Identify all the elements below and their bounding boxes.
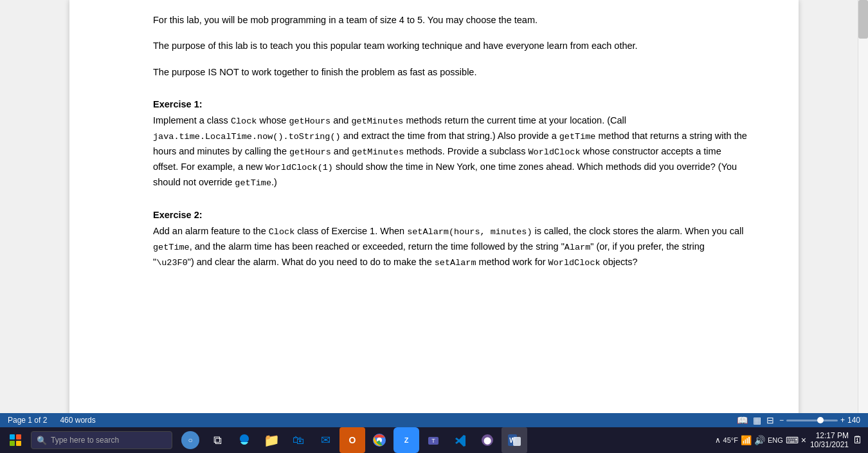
document-wrapper: For this lab, you will be mob programmin… — [0, 0, 868, 427]
code-clock: Clock — [231, 116, 257, 126]
read-mode-icon[interactable]: 📖 — [737, 415, 748, 425]
paragraph-intro3: The purpose IS NOT to work together to f… — [153, 65, 747, 79]
taskbar-app-office[interactable]: O — [339, 427, 365, 453]
code-worldclock-1: WorldClock(1) — [266, 163, 333, 172]
store-icon: 🛍 — [293, 434, 304, 447]
taskbar-right: ∧ 45°F 📶 🔊 ENG ⌨ × 12:17 PM 10/31/2021 🗓 — [715, 431, 868, 449]
zoom-bar: − + 140 — [779, 416, 860, 425]
file-explorer-icon: 📁 — [264, 432, 280, 448]
exercise2-title: Exercise 2: — [153, 208, 747, 222]
search-placeholder: Type here to search — [51, 436, 119, 445]
clock-time: 12:17 PM — [810, 431, 849, 440]
doc-content: For this lab, you will be mob programmin… — [153, 13, 747, 270]
chevron-up-icon[interactable]: ∧ — [715, 436, 721, 445]
zoom-level: 140 — [847, 416, 860, 425]
wifi-icon[interactable]: 📶 — [741, 435, 752, 445]
task-view-icon: ⧉ — [213, 434, 222, 447]
taskbar-app-explorer[interactable]: 📁 — [258, 427, 284, 453]
taskbar-app-zoom[interactable]: Z — [393, 427, 419, 453]
exercise1-title: Exercise 1: — [153, 97, 747, 111]
code-localtime: java.time.LocalTime.now().toString() — [153, 132, 341, 142]
word-count: 460 words — [60, 416, 95, 425]
code-worldclock2: WorldClock — [548, 258, 601, 268]
taskbar-app-word[interactable]: W — [502, 427, 527, 453]
left-margin — [0, 0, 69, 427]
language-icon[interactable]: ENG — [768, 436, 783, 444]
taskbar-app-github[interactable]: ⬤ — [475, 427, 500, 453]
taskbar-app-edge[interactable] — [231, 427, 257, 453]
status-bar-right: 📖 ▦ ⊟ − + 140 — [737, 415, 860, 425]
taskbar: 🔍 Type here to search ○ ⧉ 📁 🛍 ✉ O — [0, 427, 868, 453]
system-tray-icons: ∧ 45°F 📶 🔊 ENG ⌨ × — [715, 435, 806, 445]
code-getminutes1: getMinutes — [351, 116, 403, 126]
volume-icon[interactable]: 🔊 — [754, 435, 765, 445]
code-alarm-unicode: \u23F0 — [156, 258, 188, 268]
taskbar-clock[interactable]: 12:17 PM 10/31/2021 — [810, 431, 849, 449]
code-gettime2: getTime — [235, 178, 271, 188]
teams-icon: T — [427, 434, 440, 447]
exercise2-body: Add an alarm feature to the Clock class … — [153, 224, 747, 270]
taskbar-app-teams[interactable]: T — [420, 427, 446, 453]
zoom-track[interactable] — [786, 420, 838, 421]
document-scrollbar[interactable] — [858, 0, 868, 427]
code-setalarm2: setAlarm — [435, 258, 476, 268]
document-page: For this lab, you will be mob programmin… — [69, 0, 799, 427]
edge-icon — [238, 434, 251, 447]
taskbar-app-cortana[interactable]: ○ — [177, 427, 203, 453]
taskbar-app-chrome[interactable] — [366, 427, 392, 453]
clock-date: 10/31/2021 — [810, 440, 849, 449]
code-gethours2: getHours — [289, 147, 331, 157]
paragraph-intro2: The purpose of this lab is to teach you … — [153, 39, 747, 53]
zoom-plus-icon[interactable]: + — [840, 416, 845, 425]
office-icon: O — [349, 435, 356, 445]
chrome-icon — [373, 434, 386, 447]
action-center-icon[interactable]: 🗓 — [853, 434, 863, 446]
svg-rect-9 — [513, 437, 521, 446]
code-gettime1: getTime — [559, 132, 596, 142]
start-button[interactable] — [0, 427, 31, 453]
print-layout-icon[interactable]: ▦ — [753, 415, 761, 425]
taskbar-search[interactable]: 🔍 Type here to search — [31, 431, 172, 449]
zoom-thumb — [817, 417, 824, 423]
svg-text:⬤: ⬤ — [484, 436, 491, 445]
taskbar-apps: ○ ⧉ 📁 🛍 ✉ O — [177, 427, 527, 453]
temperature-icon: 45°F — [723, 436, 738, 444]
taskbar-app-mail[interactable]: ✉ — [312, 427, 338, 453]
zoom-icon: Z — [404, 436, 409, 444]
taskbar-app-store[interactable]: 🛍 — [285, 427, 311, 453]
windows-logo-icon — [10, 434, 21, 446]
page-info: Page 1 of 2 — [8, 416, 47, 425]
mail-icon: ✉ — [321, 433, 330, 447]
notification-dismiss-icon[interactable]: × — [801, 435, 806, 445]
cortana-icon: ○ — [181, 431, 199, 449]
code-alarm-str: Alarm — [565, 243, 591, 252]
exercise1-body: Implement a class Clock whose getHours a… — [153, 113, 747, 190]
code-gethours1: getHours — [289, 116, 330, 126]
code-getminutes2: getMinutes — [352, 147, 404, 157]
code-clock2: Clock — [269, 227, 295, 237]
code-worldclock1: WorldClock — [529, 147, 581, 157]
svg-text:T: T — [431, 438, 435, 444]
taskbar-app-taskview[interactable]: ⧉ — [204, 427, 230, 453]
status-bar: Page 1 of 2 460 words 📖 ▦ ⊟ − + 140 — [0, 413, 868, 427]
search-icon: 🔍 — [37, 436, 47, 445]
taskbar-app-vscode[interactable] — [448, 427, 473, 453]
github-icon: ⬤ — [481, 434, 494, 447]
scroll-thumb[interactable] — [858, 0, 868, 39]
code-setalarm: setAlarm(hours, minutes) — [407, 227, 532, 237]
paragraph-intro1: For this lab, you will be mob programmin… — [153, 13, 747, 27]
zoom-minus-icon[interactable]: − — [779, 416, 784, 425]
keyboard-icon[interactable]: ⌨ — [786, 435, 799, 445]
code-gettime3: getTime — [153, 243, 190, 252]
vscode-icon — [454, 434, 467, 447]
web-layout-icon[interactable]: ⊟ — [766, 415, 774, 425]
word-icon: W — [507, 433, 521, 447]
